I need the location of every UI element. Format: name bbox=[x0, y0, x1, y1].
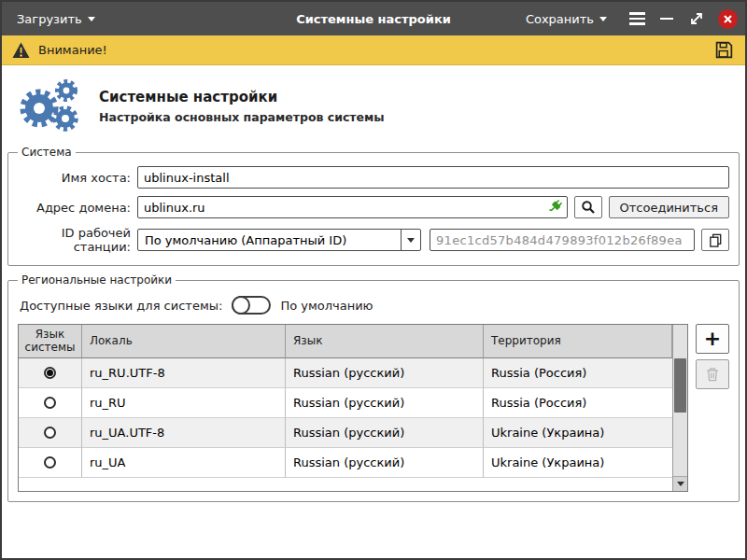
save-settings-button[interactable] bbox=[712, 38, 736, 63]
floppy-icon bbox=[714, 40, 734, 60]
table-row[interactable]: ru_UA.UTF-8 Russian (русский) Ukraine (У… bbox=[19, 418, 672, 448]
locale-cell: ru_UA.UTF-8 bbox=[82, 418, 286, 448]
language-cell: Russian (русский) bbox=[286, 358, 484, 388]
page-subtitle: Настройка основных параметров системы bbox=[99, 110, 385, 124]
delete-language-button[interactable] bbox=[696, 359, 729, 389]
load-menu-label: Загрузить bbox=[17, 12, 82, 26]
domain-search-button[interactable] bbox=[574, 196, 602, 218]
scroll-down-button[interactable] bbox=[673, 476, 687, 491]
plug-connected-icon bbox=[547, 199, 563, 215]
languages-default-toggle[interactable] bbox=[232, 296, 271, 315]
language-cell: Russian (русский) bbox=[286, 388, 484, 418]
titlebar: Загрузить Системные настройки Сохранить bbox=[2, 2, 745, 35]
domain-label: Адрес домена: bbox=[18, 201, 137, 215]
chevron-down-icon bbox=[677, 482, 684, 486]
territory-cell: Russia (Россия) bbox=[484, 388, 672, 418]
locales-table: Язык системы Локаль Язык Территория ru_R… bbox=[18, 324, 688, 492]
warning-bar: Внимание! bbox=[2, 35, 745, 65]
disconnect-button[interactable]: Отсоединиться bbox=[609, 196, 730, 218]
hostname-label: Имя хоста: bbox=[18, 171, 137, 185]
locale-cell: ru_RU bbox=[82, 388, 286, 418]
page-header: Системные настройки Настройка основных п… bbox=[7, 75, 740, 146]
table-row[interactable]: ru_RU Russian (русский) Russia (Россия) bbox=[19, 388, 672, 418]
toggle-knob bbox=[232, 296, 250, 315]
maximize-button[interactable] bbox=[688, 10, 705, 27]
system-language-radio[interactable] bbox=[44, 427, 56, 439]
workstation-id-label: ID рабочей станции: bbox=[18, 226, 137, 254]
system-language-radio[interactable] bbox=[44, 397, 56, 409]
chevron-down-icon bbox=[599, 17, 607, 21]
scrollbar-thumb[interactable] bbox=[674, 358, 686, 413]
workstation-id-mode-value: По умолчанию (Аппаратный ID) bbox=[138, 233, 401, 247]
save-menu-label: Сохранить bbox=[526, 12, 594, 26]
chevron-down-icon bbox=[407, 238, 415, 243]
copy-icon bbox=[708, 232, 724, 248]
table-scrollbar[interactable] bbox=[672, 325, 687, 491]
language-cell: Russian (русский) bbox=[286, 448, 484, 478]
regional-section-legend: Региональные настройки bbox=[18, 273, 176, 287]
hostname-input[interactable] bbox=[137, 166, 729, 189]
locale-cell: ru_RU.UTF-8 bbox=[82, 358, 286, 388]
table-header-row: Язык системы Локаль Язык Территория bbox=[19, 325, 672, 358]
page-title: Системные настройки bbox=[99, 89, 385, 105]
copy-id-button[interactable] bbox=[701, 229, 729, 251]
territory-cell: Ukraine (Украина) bbox=[484, 448, 672, 478]
language-cell: Russian (русский) bbox=[286, 418, 484, 448]
column-header-locale: Локаль bbox=[82, 325, 286, 358]
column-header-territory: Территория bbox=[484, 325, 672, 358]
table-row[interactable]: ru_UA Russian (русский) Ukraine (Украина… bbox=[19, 448, 672, 478]
toggle-caption: По умолчанию bbox=[280, 299, 373, 313]
search-icon bbox=[581, 200, 596, 215]
system-language-radio[interactable] bbox=[44, 456, 56, 469]
combo-arrow-button[interactable] bbox=[401, 230, 420, 250]
domain-input[interactable] bbox=[137, 196, 568, 218]
gears-icon bbox=[13, 78, 86, 134]
column-header-language: Язык bbox=[286, 325, 484, 358]
content-area: Системные настройки Настройка основных п… bbox=[2, 65, 745, 558]
close-icon bbox=[723, 14, 733, 24]
workstation-id-value bbox=[430, 229, 695, 251]
locale-cell: ru_UA bbox=[82, 448, 286, 478]
add-language-button[interactable]: + bbox=[696, 324, 729, 354]
load-menu-button[interactable]: Загрузить bbox=[9, 8, 103, 30]
menu-icon[interactable] bbox=[627, 8, 647, 29]
system-section: Система Имя хоста: Адрес домена: bbox=[7, 146, 740, 266]
system-settings-window: Загрузить Системные настройки Сохранить bbox=[0, 0, 747, 560]
system-language-radio[interactable] bbox=[44, 367, 56, 379]
expand-icon bbox=[688, 10, 705, 27]
window-title: Системные настройки bbox=[296, 12, 451, 26]
column-header-system-language: Язык системы bbox=[19, 325, 82, 358]
save-menu-button[interactable]: Сохранить bbox=[518, 8, 614, 30]
minimize-button[interactable] bbox=[660, 9, 675, 28]
table-row[interactable]: ru_RU.UTF-8 Russian (русский) Russia (Ро… bbox=[19, 358, 672, 388]
territory-cell: Russia (Россия) bbox=[484, 358, 672, 388]
workstation-id-mode-select[interactable]: По умолчанию (Аппаратный ID) bbox=[137, 229, 421, 251]
warning-icon bbox=[11, 41, 31, 60]
available-languages-label: Доступные языки для системы: bbox=[20, 299, 222, 313]
territory-cell: Ukraine (Украина) bbox=[484, 418, 672, 448]
chevron-down-icon bbox=[88, 17, 95, 21]
warning-text: Внимание! bbox=[38, 43, 107, 57]
system-section-legend: Система bbox=[18, 146, 76, 159]
regional-section: Региональные настройки Доступные языки д… bbox=[7, 273, 740, 502]
close-button[interactable] bbox=[718, 9, 738, 29]
trash-icon bbox=[704, 366, 721, 383]
